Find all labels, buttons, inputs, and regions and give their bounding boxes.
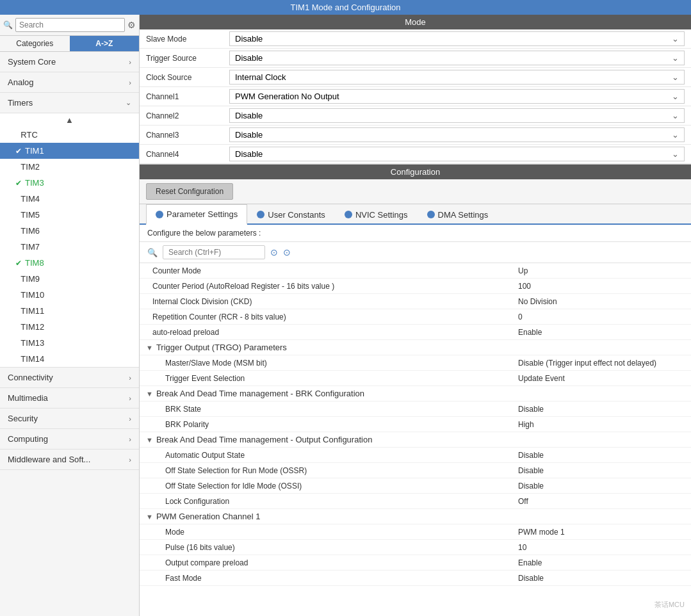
param-row-brk-state: BRK State Disable xyxy=(140,401,691,417)
gear-icon[interactable]: ⚙ xyxy=(127,20,136,30)
tab-active-icon xyxy=(427,211,435,218)
param-section-trgo[interactable]: ▼ Trigger Output (TRGO) Parameters xyxy=(140,340,691,355)
chevron-right-icon: › xyxy=(129,394,131,402)
tab-user-constants[interactable]: User Constants xyxy=(247,204,335,225)
mode-row-ch1: Channel1 PWM Generation No Output ⌄ xyxy=(140,87,691,106)
sidebar-item-multimedia[interactable]: Multimedia › xyxy=(0,388,139,409)
param-row-pulse: Pulse (16 bits value) 10 xyxy=(140,540,691,555)
sidebar-item-connectivity[interactable]: Connectivity › xyxy=(0,368,139,388)
timer-item-tim10[interactable]: TIM10 xyxy=(0,287,139,303)
tab-active-icon xyxy=(345,211,352,218)
timer-item-tim13[interactable]: TIM13 xyxy=(0,335,139,351)
sidebar-tab-bar: Categories A->Z xyxy=(0,36,139,52)
collapse-icon: ▼ xyxy=(146,344,153,352)
tab-atoz[interactable]: A->Z xyxy=(70,36,140,51)
clock-source-select[interactable]: Internal Clock ⌄ xyxy=(229,70,685,85)
param-search-bar: 🔍 ⊙ ⊙ xyxy=(140,242,691,263)
timer-item-tim8[interactable]: ✔ TIM8 xyxy=(0,255,139,271)
param-row-fast-mode: Fast Mode Disable xyxy=(140,571,691,586)
sidebar-search-bar: 🔍 ⚙ xyxy=(0,15,139,36)
sidebar-item-timers[interactable]: Timers ⌄ xyxy=(0,93,139,113)
timer-item-tim11[interactable]: TIM11 xyxy=(0,303,139,319)
param-search-input[interactable] xyxy=(163,245,265,259)
trigger-source-select[interactable]: Disable ⌄ xyxy=(229,51,685,65)
nav-next-icon[interactable]: ⊙ xyxy=(283,247,291,257)
timer-item-tim2[interactable]: TIM2 xyxy=(0,159,139,175)
mode-row-ch2: Channel2 Disable ⌄ xyxy=(140,106,691,126)
chevron-down-icon: ⌄ xyxy=(672,53,679,63)
timer-item-tim12[interactable]: TIM12 xyxy=(0,319,139,335)
mode-row-trigger: Trigger Source Disable ⌄ xyxy=(140,49,691,68)
timer-submenu: ▲ RTC ✔ TIM1 TIM2 ✔ TIM3 xyxy=(0,113,139,368)
top-bar: TIM1 Mode and Configuration xyxy=(0,0,691,15)
timer-item-tim9[interactable]: TIM9 xyxy=(0,271,139,287)
search-icon: 🔍 xyxy=(147,248,158,257)
param-row-brk-polarity: BRK Polarity High xyxy=(140,417,691,432)
timer-item-tim4[interactable]: TIM4 xyxy=(0,191,139,207)
channel4-select[interactable]: Disable ⌄ xyxy=(229,147,685,161)
param-row-auto-output: Automatic Output State Disable xyxy=(140,448,691,463)
panel-title: TIM1 Mode and Configuration xyxy=(291,3,401,12)
main-content: Mode Slave Mode Disable ⌄ Trigger Source… xyxy=(140,15,691,616)
param-row-msm: Master/Slave Mode (MSM bit) Disable (Tri… xyxy=(140,355,691,371)
tab-dma-settings[interactable]: DMA Settings xyxy=(418,204,498,225)
chevron-right-icon: › xyxy=(129,58,131,66)
chevron-right-icon: › xyxy=(129,415,131,423)
mode-row-ch4: Channel4 Disable ⌄ xyxy=(140,145,691,164)
collapse-icon: ▼ xyxy=(146,513,153,521)
search-input[interactable] xyxy=(15,18,125,32)
param-row-trgo-event: Trigger Event Selection Update Event xyxy=(140,371,691,386)
sidebar-item-security[interactable]: Security › xyxy=(0,409,139,429)
chevron-down-icon: ⌄ xyxy=(672,72,679,82)
param-section-output[interactable]: ▼ Break And Dead Time management - Outpu… xyxy=(140,432,691,448)
nav-prev-icon[interactable]: ⊙ xyxy=(270,247,278,257)
chevron-right-icon: › xyxy=(129,374,131,382)
chevron-down-icon: ⌄ xyxy=(126,99,131,107)
channel1-select[interactable]: PWM Generation No Output ⌄ xyxy=(229,89,685,104)
timer-item-tim3[interactable]: ✔ TIM3 xyxy=(0,175,139,191)
reset-config-button[interactable]: Reset Configuration xyxy=(146,183,233,200)
param-list: Counter Mode Up Counter Period (AutoRelo… xyxy=(140,263,691,616)
param-row-auto-reload: auto-reload preload Enable xyxy=(140,325,691,340)
timer-item-tim5[interactable]: TIM5 xyxy=(0,207,139,223)
sidebar-item-computing[interactable]: Computing › xyxy=(0,429,139,450)
timer-item-tim6[interactable]: TIM6 xyxy=(0,223,139,239)
collapse-icon: ▼ xyxy=(146,436,153,444)
watermark: 茶话MCU xyxy=(654,600,685,610)
channel3-select[interactable]: Disable ⌄ xyxy=(229,127,685,142)
timer-item-tim7[interactable]: TIM7 xyxy=(0,239,139,255)
tab-parameter-settings[interactable]: Parameter Settings xyxy=(146,204,247,225)
chevron-down-icon: ⌄ xyxy=(672,34,679,44)
timer-scroll-up[interactable]: ▲ xyxy=(0,113,139,127)
timer-item-tim1[interactable]: ✔ TIM1 xyxy=(0,143,139,159)
sidebar-item-analog[interactable]: Analog › xyxy=(0,72,139,93)
param-section-brk[interactable]: ▼ Break And Dead Time management - BRK C… xyxy=(140,386,691,401)
slave-mode-select[interactable]: Disable ⌄ xyxy=(229,31,685,46)
config-note: Configure the below parameters : xyxy=(140,225,691,242)
tab-active-icon xyxy=(156,211,163,218)
sidebar-item-middleware[interactable]: Middleware and Soft... › xyxy=(0,450,139,470)
chevron-right-icon: › xyxy=(129,79,131,86)
param-row-counter-period: Counter Period (AutoReload Register - 16… xyxy=(140,279,691,294)
tab-nvic-settings[interactable]: NVIC Settings xyxy=(335,204,418,225)
config-tab-bar: Parameter Settings User Constants NVIC S… xyxy=(140,204,691,225)
param-row-oc-preload: Output compare preload Enable xyxy=(140,555,691,571)
timer-item-tim14[interactable]: TIM14 xyxy=(0,351,139,367)
channel2-select[interactable]: Disable ⌄ xyxy=(229,108,685,123)
sidebar: 🔍 ⚙ Categories A->Z System Core › Analog… xyxy=(0,15,140,616)
param-section-pwm-ch1[interactable]: ▼ PWM Generation Channel 1 xyxy=(140,509,691,524)
chevron-down-icon: ⌄ xyxy=(672,149,679,159)
param-row-lock: Lock Configuration Off xyxy=(140,494,691,509)
param-row-pwm-mode: Mode PWM mode 1 xyxy=(140,524,691,540)
chevron-right-icon: › xyxy=(129,456,131,464)
sidebar-item-system-core[interactable]: System Core › xyxy=(0,52,139,72)
chevron-right-icon: › xyxy=(129,435,131,443)
chevron-down-icon: ⌄ xyxy=(672,92,679,101)
timer-item-rtc[interactable]: RTC xyxy=(0,127,139,143)
chevron-down-icon: ⌄ xyxy=(672,111,679,120)
config-header: Configuration xyxy=(140,165,691,179)
param-row-rcr: Repetition Counter (RCR - 8 bits value) … xyxy=(140,309,691,325)
mode-row-slave: Slave Mode Disable ⌄ xyxy=(140,29,691,49)
mode-header: Mode xyxy=(140,15,691,29)
tab-categories[interactable]: Categories xyxy=(0,36,70,51)
